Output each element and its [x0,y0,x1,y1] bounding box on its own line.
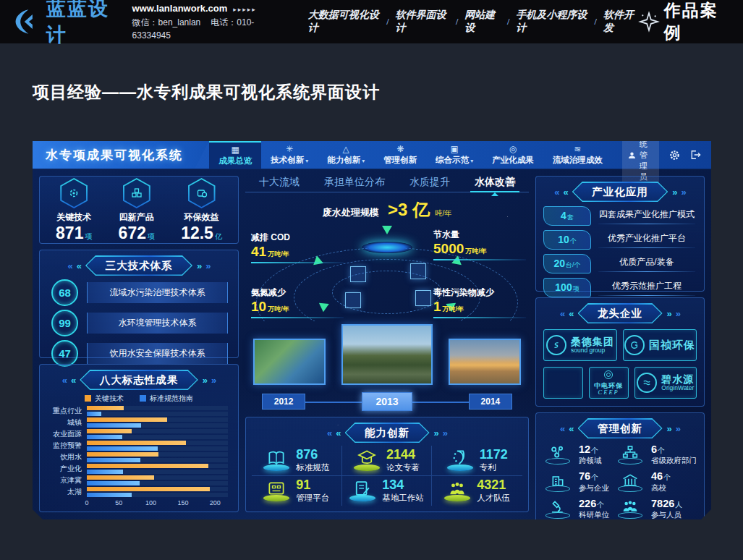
metric-toxic-pollutants: 毒性污染物减少 1万吨/年 [433,287,526,318]
industrial-unit: 项 [573,285,579,292]
photo-2013[interactable] [341,324,433,385]
management-label: 高校 [651,483,671,493]
capability-value: 2144 [386,448,420,462]
tab-unit-distribution[interactable]: 承担单位分布 [324,176,385,189]
metric-value: 41 [251,244,266,259]
bar-track [87,493,228,497]
bar [87,446,158,451]
nav-tab-label: 成果总览 [218,156,252,166]
bar-track [87,446,228,451]
management-label: 参与企业 [579,483,609,493]
nav-tab-comprehensive-demo[interactable]: ▣ 综合示范▾ [426,141,483,169]
menu-item-mobile[interactable]: 手机及小程序设计 [516,9,587,35]
nav-tab-tech-innovation[interactable]: ✳ 技术创新▾ [261,141,318,169]
headline-metric: 废水处理规模 >3 亿 吨/年 [245,198,529,221]
axis-tick: 150 [177,499,188,506]
capability-label: 管理平台 [296,493,329,504]
tab-ten-basins[interactable]: 十大流域 [259,176,300,189]
menu-item-dev[interactable]: 软件开发 [603,9,640,35]
capability-label: 标准规范 [296,462,329,473]
menu-item-website[interactable]: 网站建设 [464,9,501,35]
photo-2014[interactable] [449,339,521,385]
bar [87,475,154,480]
stat-unit: 亿 [215,232,222,240]
deco-chevrons: » [443,428,447,438]
logout-icon[interactable] [690,150,701,160]
nav-tab-overview[interactable]: ▦ 成果总览 [209,141,261,169]
bar [87,487,210,491]
brand-logo[interactable]: 蓝蓝设计 [12,0,119,48]
user-icon [628,151,636,159]
nav-tab-management-innovation[interactable]: ❋ 管理创新 [374,141,426,169]
bar-track [87,417,228,422]
bar-row: 重点行业 [44,406,228,416]
gear-icon[interactable] [669,150,680,161]
capability-item-patents: 1172专利 [432,446,522,476]
sound-group-logo-icon [546,335,566,355]
tech-system-label: 水环境管理技术体系 [87,313,228,334]
products-boxes-icon [130,187,143,200]
menu-separator: / [386,17,389,27]
guozhen-logo-icon [624,335,645,355]
atom-icon: ❋ [396,145,404,153]
management-unit: 个 [658,446,665,454]
nav-tab-industrial-results[interactable]: ◎ 产业化成果 [483,141,543,169]
bar-track [87,435,228,439]
menu-item-software-ui[interactable]: 软件界面设计 [395,9,449,35]
bar [87,412,101,416]
nav-tab-basin-governance[interactable]: ≋ 流域治理成效 [543,141,612,169]
bar-category-label: 农业面源 [44,429,82,439]
bar-track [87,475,228,480]
nav-tab-label: 产业化成果 [492,155,534,166]
cube-node [350,266,366,282]
website-arrows: ▸▸▸▸▸ [233,6,257,13]
tab-water-improvement[interactable]: 水体改善 [475,176,515,189]
photo-2012[interactable] [253,339,326,385]
management-value: 226 [579,498,596,509]
org-chart-icon [621,445,639,459]
stat-value: 672 [119,224,146,242]
team-icon [448,480,467,496]
dashboard-screenshot: 水专项成果可视化系统 ▦ 成果总览 ✳ 技术创新▾ △ 能力创新▾ ❋ 管理创新… [33,141,711,519]
bar-category-label: 京津冀 [44,475,82,485]
deco-chevrons: « [569,423,573,434]
bar [87,470,123,474]
year-button-2014[interactable]: 2014 [469,394,513,410]
industrial-row: 10个 优秀产业化推广平台 [536,226,704,250]
contact-block: www.lanlanwork.com▸▸▸▸▸ 微信：ben_lanlan电话：… [132,1,278,42]
cases-link[interactable]: 作品案例 [640,0,727,44]
bar-category-label: 饮用水 [44,452,82,462]
tab-water-quality[interactable]: 水质提升 [409,176,450,189]
industrial-value: 100 [555,281,572,293]
deco-chevrons: » [676,423,680,434]
nav-tab-capability-innovation[interactable]: △ 能力创新▾ [318,141,374,169]
year-button-2013[interactable]: 2013 [362,392,412,411]
management-label: 科研单位 [579,510,609,520]
tech-system-label: 流域水污染治理技术体系 [87,282,228,303]
capability-item-stations: 134基地工作站 [342,476,433,506]
metric-cod: 减排 COD 41万吨/年 [251,232,344,263]
cube-node [345,292,361,308]
section-title: 产业化应用 [573,183,667,201]
logo-ceep: 中电环保 CEEP [589,367,629,399]
bar [87,429,132,433]
link-nodes-icon [549,445,566,459]
bar [87,435,122,439]
stat-label: 四新产品 [119,211,154,224]
industrial-row: 100项 优秀示范推广工程 [536,273,704,297]
industrial-label: 优秀示范推广工程 [598,280,695,292]
management-item-participants: 7826人参与人员 [616,496,697,522]
management-item-enterprises: 76个参与企业 [543,468,616,495]
capability-item-talent: 4321人才队伍 [432,476,522,506]
enterprises-panel: «« 龙头企业 »» 桑德集团sound group 国祯环保 [535,297,705,407]
menu-item-bigdata[interactable]: 大数据可视化设计 [308,9,380,35]
right-column: «« 产业化应用 »» 4套 四套成果产业化推广模式 10个 优秀产业化推广平台… [535,176,705,512]
metric-value: 5000 [433,241,464,256]
industrial-unit: 台/个 [566,261,581,268]
deco-chevrons: « [569,308,573,319]
menu-separator: / [507,17,509,27]
deco-chevrons: « [327,428,331,438]
bar-track [87,458,228,462]
deco-chevrons: » [672,187,676,198]
year-button-2012[interactable]: 2012 [262,394,306,410]
